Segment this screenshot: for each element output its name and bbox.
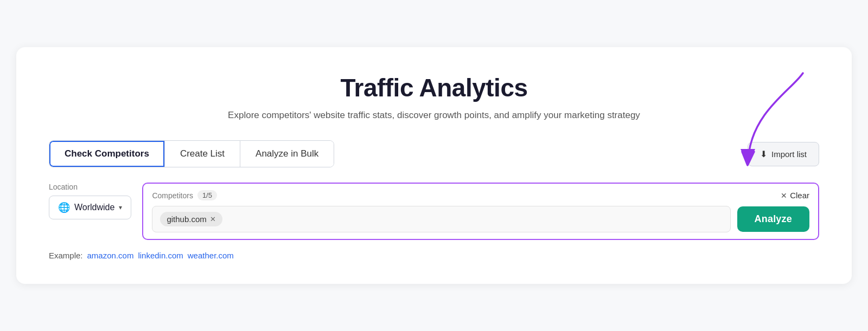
competitors-input-field[interactable]: github.com ✕	[152, 206, 730, 232]
example-link-linkedin[interactable]: linkedin.com	[138, 251, 183, 260]
main-container: Traffic Analytics Explore competitors' w…	[16, 47, 852, 284]
competitors-header: Competitors 1/5 ✕ Clear	[152, 190, 809, 200]
clear-button[interactable]: ✕ Clear	[781, 191, 809, 200]
close-icon: ✕	[781, 191, 787, 200]
header: Traffic Analytics Explore competitors' w…	[49, 73, 819, 121]
page-title: Traffic Analytics	[49, 73, 819, 102]
import-list-button[interactable]: ⬇ Import list	[748, 142, 819, 166]
location-selector[interactable]: 🌐 Worldwide ▾	[49, 196, 131, 219]
tag-value: github.com	[167, 215, 206, 224]
tab-check-competitors[interactable]: Check Competitors	[49, 141, 165, 167]
location-label: Location	[49, 183, 131, 191]
download-icon: ⬇	[760, 149, 767, 159]
tag-github: github.com ✕	[160, 212, 222, 226]
tag-remove-icon[interactable]: ✕	[210, 216, 216, 223]
example-row: Example: amazon.com linkedin.com weather…	[49, 251, 819, 260]
tab-create-list[interactable]: Create List	[165, 141, 240, 167]
competitors-count: 1/5	[197, 190, 217, 200]
chevron-down-icon: ▾	[119, 204, 122, 211]
page-subtitle: Explore competitors' website traffic sta…	[49, 110, 819, 121]
competitors-label: Competitors 1/5	[152, 190, 217, 200]
location-value: Worldwide	[74, 203, 114, 212]
example-link-weather[interactable]: weather.com	[188, 251, 234, 260]
analyze-button[interactable]: Analyze	[737, 206, 809, 232]
search-section: Location 🌐 Worldwide ▾ Competitors 1/5 ✕…	[49, 183, 819, 240]
tab-analyze-in-bulk[interactable]: Analyze in Bulk	[240, 141, 334, 167]
example-link-amazon[interactable]: amazon.com	[87, 251, 134, 260]
competitors-block: Competitors 1/5 ✕ Clear github.com ✕ Ana…	[142, 183, 819, 240]
location-block: Location 🌐 Worldwide ▾	[49, 183, 131, 219]
competitors-input-row: github.com ✕ Analyze	[152, 206, 809, 232]
tabs-row: Check Competitors Create List Analyze in…	[49, 140, 819, 167]
tab-group: Check Competitors Create List Analyze in…	[49, 140, 334, 167]
globe-icon: 🌐	[58, 202, 70, 213]
example-label: Example:	[49, 251, 83, 260]
